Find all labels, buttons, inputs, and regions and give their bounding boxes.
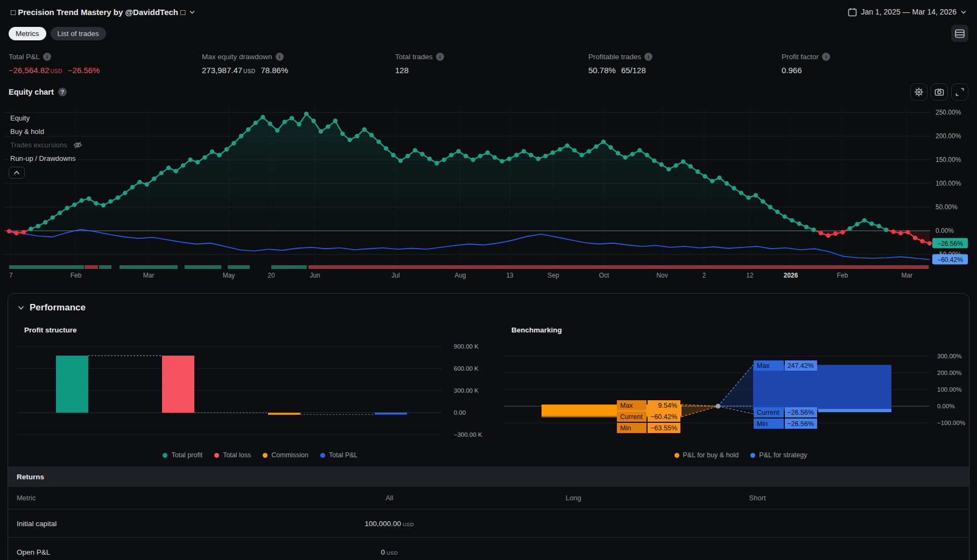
chevron-up-icon <box>13 171 20 175</box>
returns-table-body: Initial capital100,000.00USDOpen P&L0USD <box>8 509 969 560</box>
svg-text:Min: Min <box>757 420 768 428</box>
chevron-down-icon <box>189 10 195 14</box>
stat-unit: USD <box>243 68 255 74</box>
info-icon[interactable]: i <box>644 53 652 61</box>
stat-value: 0.966 <box>782 66 802 75</box>
collapse-legend-button[interactable] <box>9 167 25 179</box>
legend-item-trades-excursions[interactable]: Trades excursions <box>9 138 82 152</box>
svg-text:Feb: Feb <box>71 272 82 279</box>
svg-text:−60.42%: −60.42% <box>937 256 963 264</box>
stat-label-text: Total P&L <box>9 53 40 61</box>
stat-unit: USD <box>51 68 62 74</box>
snapshot-button[interactable] <box>931 83 948 101</box>
svg-text:9.54%: 9.54% <box>658 402 677 409</box>
legend-label: Total P&L <box>329 451 358 459</box>
window-header: □ Precision Trend Mastery by @DaviddTech… <box>0 0 977 20</box>
svg-text:−60.42%: −60.42% <box>650 413 677 421</box>
svg-text:Sep: Sep <box>547 272 559 279</box>
svg-text:Mar: Mar <box>143 272 154 279</box>
svg-text:−100.00%: −100.00% <box>937 420 965 426</box>
stat-label: Total P&Li <box>9 53 202 61</box>
stat-value: 273,987.47USD <box>202 66 255 75</box>
stat-label-text: Profit factor <box>782 53 819 61</box>
equity-chart[interactable]: 250.00%200.00%150.00%100.00%50.00%0.00%−… <box>0 102 977 290</box>
svg-text:May: May <box>223 272 235 279</box>
profit-structure-chart[interactable]: 900.00 K600.00 K300.00 K0.00−300.00 K <box>17 337 490 445</box>
info-icon[interactable]: i <box>276 53 284 61</box>
info-icon[interactable]: i <box>822 53 830 61</box>
benchmarking-chart[interactable]: 300.00%200.00%100.00%0.00%−100.00%Max9.5… <box>504 337 969 445</box>
stat-total-trades: Total tradesi128 <box>395 53 588 75</box>
returns-table-header: MetricAllLongShort <box>8 487 969 509</box>
date-range-label: Jan 1, 2025 — Mar 14, 2026 <box>861 8 957 16</box>
svg-text:247.42%: 247.42% <box>788 362 814 370</box>
info-icon[interactable]: i <box>43 53 51 61</box>
svg-text:600.00 K: 600.00 K <box>454 365 479 372</box>
svg-text:Feb: Feb <box>837 272 848 279</box>
legend-dot <box>750 453 755 458</box>
expand-icon <box>955 87 965 97</box>
strategy-title: □ Precision Trend Mastery by @DaviddTech… <box>11 8 185 17</box>
legend-item-equity[interactable]: Equity <box>9 111 82 125</box>
legend-label: P&L for buy & hold <box>683 451 739 459</box>
info-icon[interactable]: i <box>436 53 444 61</box>
svg-text:250.00%: 250.00% <box>936 109 961 116</box>
legend-dot <box>214 453 219 458</box>
legend-item-p-l-for-buy-hold: P&L for buy & hold <box>674 451 739 459</box>
svg-text:−63.55%: −63.55% <box>650 424 677 432</box>
svg-text:0.00%: 0.00% <box>936 227 954 235</box>
eye-off-icon[interactable] <box>73 141 82 148</box>
legend-item-total-profit: Total profit <box>163 451 202 459</box>
svg-text:12: 12 <box>746 272 754 279</box>
svg-text:300.00%: 300.00% <box>937 353 961 359</box>
stat-values: 273,987.47USD78.86% <box>202 66 395 75</box>
stat-values: 50.78%65/128 <box>588 66 782 75</box>
tabs-row: Metrics List of trades <box>0 20 977 45</box>
returns-value-all: 100,000.00USD <box>300 520 479 528</box>
equity-chart-canvas[interactable]: 250.00%200.00%150.00%100.00%50.00%0.00%−… <box>0 102 977 290</box>
chart-settings-button[interactable] <box>910 83 927 101</box>
svg-text:Max: Max <box>757 362 770 370</box>
legend-label: Total profit <box>171 451 202 459</box>
returns-col-short: Short <box>668 494 847 502</box>
stat-values: −26,564.82USD−26.56% <box>9 66 202 75</box>
gear-icon <box>914 87 924 97</box>
svg-text:Aug: Aug <box>454 272 466 279</box>
svg-text:150.00%: 150.00% <box>936 156 961 164</box>
table-row: Initial capital100,000.00USD <box>8 509 969 538</box>
legend-label: P&L for strategy <box>759 451 807 459</box>
help-icon[interactable]: ? <box>58 88 67 96</box>
returns-title: Returns <box>17 473 44 481</box>
rows-icon <box>955 29 965 38</box>
stat-label: Profit factori <box>782 53 975 61</box>
performance-title: Performance <box>30 302 86 313</box>
benchmarking-legend: P&L for buy & holdP&L for strategy <box>504 451 969 459</box>
svg-text:−26.56%: −26.56% <box>787 409 814 416</box>
legend-item-label: Trades excursions <box>9 140 69 150</box>
strategy-title-group[interactable]: □ Precision Trend Mastery by @DaviddTech… <box>11 8 195 17</box>
tab-list-of-trades[interactable]: List of trades <box>51 27 106 40</box>
legend-label: Total loss <box>223 451 251 459</box>
calendar-icon <box>848 8 857 17</box>
layout-rows-button[interactable] <box>951 25 968 42</box>
stat-extra: 65/128 <box>621 66 646 75</box>
legend-item-commission: Commission <box>263 451 308 459</box>
table-row: Open P&L0USD <box>8 538 969 560</box>
legend-dot <box>320 453 325 458</box>
stat-label-text: Total trades <box>395 53 433 61</box>
svg-text:100.00%: 100.00% <box>937 386 961 393</box>
legend-item-label: Buy & hold <box>9 127 46 136</box>
section-collapse-icon[interactable] <box>18 306 24 310</box>
svg-text:100.00%: 100.00% <box>936 180 961 187</box>
camera-icon <box>934 87 944 97</box>
legend-item-run-up-drawdowns[interactable]: Run-up / Drawdowns <box>9 152 82 165</box>
fullscreen-button[interactable] <box>951 83 968 101</box>
tab-metrics[interactable]: Metrics <box>9 27 46 40</box>
returns-col-all: All <box>300 494 479 502</box>
legend-item-buy-hold[interactable]: Buy & hold <box>9 125 82 138</box>
legend-dot <box>674 453 679 458</box>
equity-chart-header: Equity chart ? <box>0 80 977 102</box>
date-range-picker[interactable]: Jan 1, 2025 — Mar 14, 2026 <box>848 8 966 17</box>
svg-text:Max: Max <box>620 402 633 409</box>
summary-stats: Total P&Li−26,564.82USD−26.56%Max equity… <box>0 45 977 80</box>
